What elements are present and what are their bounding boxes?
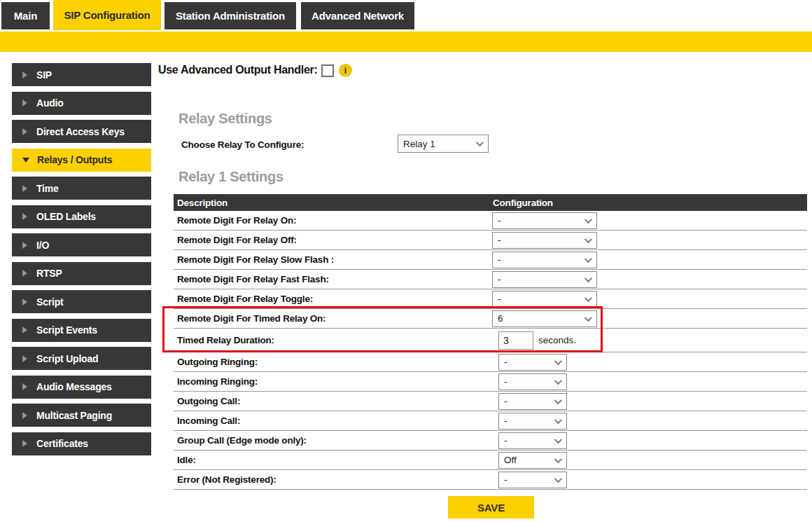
choose-relay-select[interactable]: Relay 1 [398, 135, 489, 153]
remote-digit-relay-off-select[interactable]: - [492, 232, 597, 249]
chevron-down-icon [476, 139, 484, 146]
sidebar-item-multicast-paging[interactable]: Multicast Paging [12, 404, 151, 427]
sidebar-item-script-events[interactable]: Script Events [12, 319, 151, 342]
select-value: 6 [498, 313, 503, 324]
chevron-down-icon [584, 313, 592, 321]
sidebar-item-label: Certificates [36, 438, 88, 449]
sidebar-item-label: Multicast Paging [36, 410, 112, 421]
chevron-down-icon [554, 357, 562, 364]
sidebar-item-label: Script Upload [36, 353, 98, 364]
chevron-down-icon [554, 396, 562, 404]
advanced-output-handler-label: Use Advanced Output Handler: [158, 64, 317, 76]
tab-label: SIP Configuration [64, 9, 150, 21]
sidebar-item-label: OLED Labels [36, 211, 96, 222]
row-label: Outgoing Call: [174, 396, 240, 406]
save-button[interactable]: SAVE [448, 496, 534, 518]
chevron-right-icon [22, 383, 27, 390]
tab-label: Advanced Network [312, 10, 404, 22]
info-icon[interactable]: i [339, 64, 352, 77]
chevron-right-icon [22, 270, 27, 277]
sidebar-item-rtsp[interactable]: RTSP [12, 262, 151, 285]
sidebar-item-script[interactable]: Script [12, 290, 151, 313]
error-not-registered-select[interactable]: - [498, 472, 567, 488]
timed-relay-duration-input[interactable] [498, 331, 533, 350]
tab-station-administration[interactable]: Station Administration [164, 2, 296, 29]
tab-label: Main [14, 10, 37, 22]
row-label: Remote Digit For Relay Off: [174, 235, 297, 245]
sidebar-item-oled-labels[interactable]: OLED Labels [12, 205, 151, 228]
row-label: Timed Relay Duration: [174, 335, 274, 345]
chevron-right-icon [22, 298, 27, 305]
tab-main[interactable]: Main [1, 2, 50, 29]
incoming-ringing-select[interactable]: - [498, 373, 567, 390]
chevron-down-icon [584, 215, 592, 223]
sidebar-item-io[interactable]: I/O [12, 233, 151, 256]
tab-advanced-network[interactable]: Advanced Network [301, 2, 414, 29]
chevron-down-icon [584, 294, 592, 301]
table-row: Remote Digit For Relay Slow Flash : - [174, 250, 807, 270]
advanced-output-handler-checkbox[interactable] [321, 64, 334, 77]
select-value: - [498, 215, 501, 226]
sidebar-item-sip[interactable]: SIP [12, 63, 151, 86]
sidebar-item-relays-outputs[interactable]: Relays / Outputs [12, 149, 151, 172]
tab-label: Station Administration [176, 10, 285, 22]
chevron-right-icon [22, 99, 27, 107]
chevron-down-icon [554, 415, 562, 423]
outgoing-ringing-select[interactable]: - [498, 354, 567, 371]
row-label: Incoming Call: [174, 415, 240, 426]
chevron-right-icon [22, 412, 27, 419]
select-value: - [498, 274, 501, 284]
remote-digit-fast-flash-select[interactable]: - [492, 271, 597, 288]
select-value: - [498, 235, 501, 245]
sidebar: SIP Audio Direct Access Keys Relays / Ou… [12, 63, 151, 455]
sidebar-item-audio[interactable]: Audio [12, 92, 151, 115]
chevron-down-icon [554, 435, 562, 443]
sidebar-item-label: Audio Messages [36, 381, 112, 392]
select-value: - [504, 415, 507, 426]
row-label: Group Call (Edge mode only): [174, 435, 307, 446]
table-row: Error (Not Registered): - [174, 470, 807, 490]
relay1-settings-heading: Relay 1 Settings [178, 169, 284, 185]
row-label: Remote Digit For Relay On: [174, 215, 296, 226]
remote-digit-relay-toggle-select[interactable]: - [492, 291, 597, 308]
group-call-select[interactable]: - [498, 432, 567, 449]
outgoing-call-select[interactable]: - [498, 393, 567, 410]
sidebar-item-direct-access-keys[interactable]: Direct Access Keys [12, 120, 151, 143]
table-row: Outgoing Ringing: - [174, 352, 807, 372]
tab-sip-configuration[interactable]: SIP Configuration [53, 0, 161, 30]
sidebar-item-certificates[interactable]: Certificates [12, 432, 151, 455]
remote-digit-timed-relay-on-select[interactable]: 6 [492, 310, 597, 327]
row-label: Incoming Ringing: [174, 376, 258, 387]
chevron-right-icon [22, 213, 27, 220]
relay-settings-heading: Relay Settings [178, 111, 272, 127]
idle-select[interactable]: Off [498, 452, 567, 469]
sidebar-item-script-upload[interactable]: Script Upload [12, 347, 151, 370]
sidebar-item-label: Script [36, 296, 63, 308]
row-label: Outgoing Ringing: [174, 357, 258, 367]
table-row: Remote Digit For Relay On: - [174, 211, 807, 231]
select-value: - [504, 376, 507, 387]
row-label: Idle: [174, 455, 196, 465]
incoming-call-select[interactable]: - [498, 413, 567, 430]
accent-bar [0, 32, 812, 52]
table-row: Timed Relay Duration: seconds. [174, 329, 807, 352]
table-row: Remote Digit For Relay Fast Flash: - [174, 270, 807, 289]
table-row: Outgoing Call: - [174, 392, 807, 411]
table-row: Remote Digit For Relay Off: - [174, 231, 807, 250]
chevron-right-icon [22, 327, 27, 334]
chevron-down-icon [554, 474, 562, 482]
description-column-header: Description [174, 198, 227, 208]
row-label: Remote Digit For Relay Slow Flash : [174, 254, 334, 265]
remote-digit-slow-flash-select[interactable]: - [492, 252, 597, 268]
sidebar-item-time[interactable]: Time [12, 177, 151, 200]
choose-relay-label: Choose Relay To Configure: [181, 139, 304, 150]
select-value: - [504, 435, 507, 446]
select-value: - [498, 294, 501, 304]
selected-relay-value: Relay 1 [403, 139, 435, 149]
sidebar-item-audio-messages[interactable]: Audio Messages [12, 376, 151, 399]
select-value: - [498, 254, 501, 265]
sidebar-item-label: Relays / Outputs [37, 154, 112, 165]
table-header: Description Configuration [174, 194, 807, 211]
remote-digit-relay-on-select[interactable]: - [492, 212, 597, 229]
chevron-right-icon [22, 71, 27, 78]
